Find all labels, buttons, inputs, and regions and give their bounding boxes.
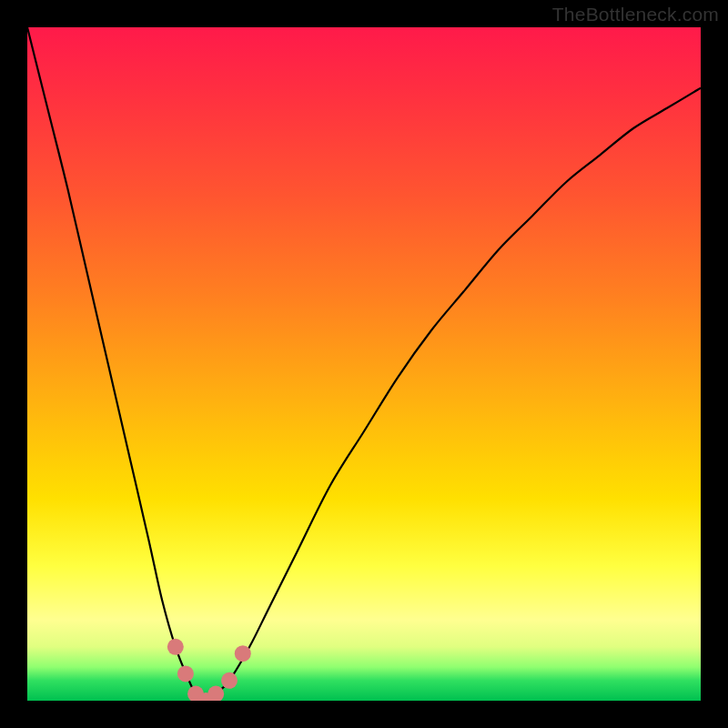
valley-marker <box>221 672 238 689</box>
chart-frame: TheBottleneck.com <box>0 0 728 728</box>
valley-marker <box>235 645 251 662</box>
valley-markers <box>167 639 251 701</box>
valley-marker <box>167 639 184 655</box>
curve-layer <box>27 27 701 701</box>
bottleneck-curve <box>27 27 701 701</box>
watermark-text: TheBottleneck.com <box>552 4 719 25</box>
valley-marker <box>177 665 194 682</box>
